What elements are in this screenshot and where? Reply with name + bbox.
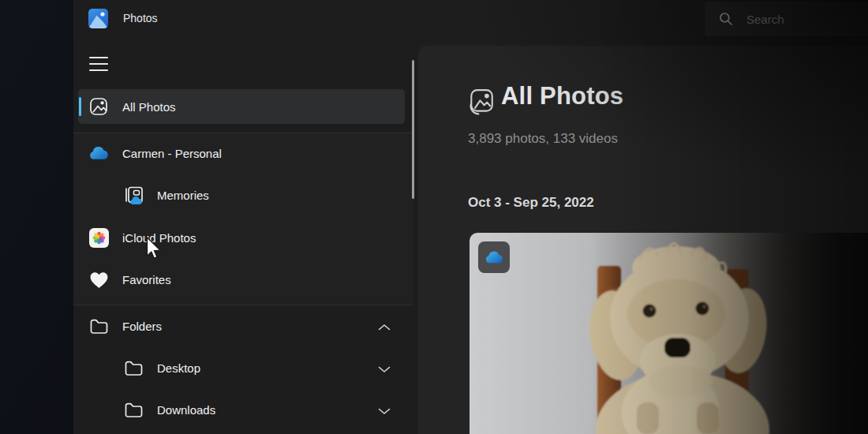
onedrive-sync-badge bbox=[478, 241, 510, 273]
main-content-panel: All Photos 3,893 photos, 133 videos Oct … bbox=[418, 46, 868, 434]
sidebar-item-label: Memories bbox=[157, 189, 209, 202]
sidebar-item-memories[interactable]: Memories bbox=[78, 178, 405, 212]
date-range-header: Oct 3 - Sep 25, 2022 bbox=[468, 195, 594, 211]
sidebar-item-all-photos[interactable]: All Photos bbox=[78, 89, 405, 124]
memories-album-icon bbox=[122, 184, 144, 206]
sidebar-item-label: iCloud Photos bbox=[122, 231, 196, 245]
folder-icon bbox=[122, 398, 144, 421]
sidebar-scrollbar[interactable] bbox=[412, 60, 414, 199]
image-icon bbox=[88, 95, 110, 118]
sidebar-item-folders[interactable]: Folders bbox=[78, 309, 405, 343]
onedrive-cloud-icon bbox=[484, 250, 504, 264]
sidebar: All Photos Carmen - Personal bbox=[73, 0, 418, 434]
search-input[interactable] bbox=[745, 12, 851, 27]
sidebar-item-desktop[interactable]: Desktop bbox=[78, 350, 405, 385]
all-photos-header-icon bbox=[467, 88, 496, 119]
chevron-down-icon[interactable] bbox=[378, 404, 391, 413]
hamburger-icon bbox=[89, 57, 108, 58]
chevron-down-icon[interactable] bbox=[378, 362, 391, 372]
sidebar-item-label: Carmen - Personal bbox=[122, 147, 222, 160]
search-icon bbox=[719, 12, 733, 26]
sidebar-item-label: Desktop bbox=[157, 361, 200, 375]
sidebar-item-downloads[interactable]: Downloads bbox=[78, 392, 405, 427]
onedrive-cloud-icon bbox=[88, 142, 110, 164]
library-count-subtitle: 3,893 photos, 133 videos bbox=[468, 131, 618, 147]
sidebar-item-label: Folders bbox=[122, 320, 162, 333]
sidebar-item-icloud-photos[interactable]: iCloud Photos bbox=[78, 220, 405, 255]
search-box[interactable] bbox=[705, 2, 868, 36]
chevron-up-icon[interactable] bbox=[378, 320, 391, 330]
sidebar-divider bbox=[73, 305, 413, 305]
icloud-photos-icon bbox=[88, 226, 110, 249]
sidebar-item-label: Favorites bbox=[122, 273, 171, 286]
sidebar-item-label: Downloads bbox=[157, 403, 215, 417]
folder-icon bbox=[88, 315, 110, 337]
folder-icon bbox=[122, 357, 144, 379]
photos-app-window: Photos All Photos bbox=[73, 0, 868, 434]
heart-icon bbox=[88, 268, 110, 290]
photo-thumbnail-dog-on-chair[interactable] bbox=[470, 233, 868, 434]
sidebar-item-favorites[interactable]: Favorites bbox=[78, 262, 405, 297]
hamburger-menu-button[interactable] bbox=[80, 50, 113, 77]
sidebar-item-carmen-personal[interactable]: Carmen - Personal bbox=[78, 136, 405, 170]
selection-accent-bar bbox=[79, 97, 81, 116]
page-title: All Photos bbox=[501, 82, 623, 110]
sidebar-item-label: All Photos bbox=[122, 100, 176, 114]
